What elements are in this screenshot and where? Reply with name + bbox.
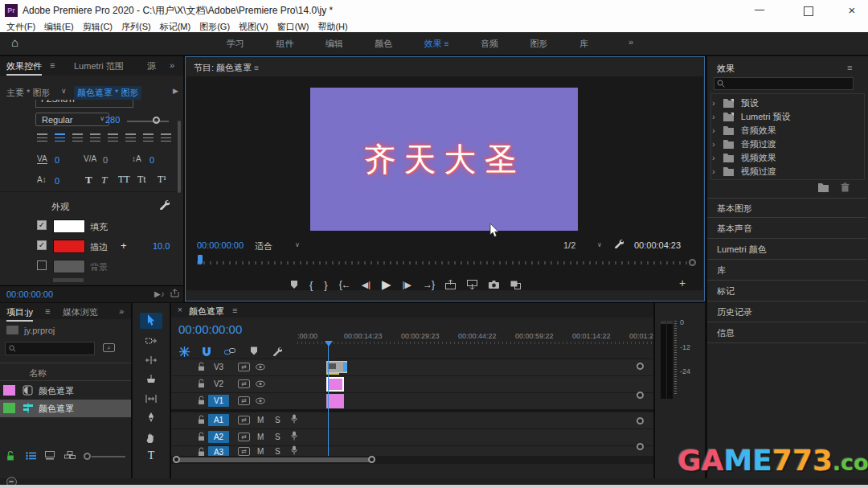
workspace-overflow-icon[interactable]: »	[628, 37, 633, 47]
zoom-level-caret-icon[interactable]: ∨	[295, 241, 300, 248]
play-button[interactable]: ▶	[382, 277, 391, 292]
playback-resolution-caret-icon[interactable]: ∨	[597, 241, 602, 248]
project-overflow-icon[interactable]: »	[119, 306, 124, 316]
master-clip-caret-icon[interactable]: ∨	[61, 87, 67, 95]
panel-lumetri-color[interactable]: Lumetri 颜色	[707, 240, 866, 260]
track-output-eye-icon[interactable]	[256, 397, 265, 404]
button-editor-plus[interactable]: +	[679, 277, 686, 289]
source-patch-icon[interactable]: ⇄	[238, 447, 250, 456]
effects-tree-row-video-transitions[interactable]: › 视频过渡	[712, 165, 862, 178]
tab-media-browser[interactable]: 媒体浏览	[63, 306, 98, 318]
faux-bold-button[interactable]: T	[85, 174, 92, 187]
playhead-head[interactable]	[325, 341, 333, 347]
step-forward-button[interactable]: |▶	[403, 280, 411, 290]
program-monitor-menu-icon[interactable]: ≡	[254, 64, 259, 72]
project-zoom-knob[interactable]	[84, 453, 91, 460]
background-swatch[interactable]	[53, 260, 85, 273]
slip-tool[interactable]	[140, 392, 162, 408]
source-patch-icon[interactable]: ⇄	[238, 396, 250, 405]
kerning-value[interactable]: 0	[103, 155, 108, 165]
solo-button[interactable]: S	[275, 416, 280, 424]
track-output-eye-icon[interactable]	[256, 380, 265, 388]
close-button[interactable]: ×	[840, 0, 864, 21]
twirl-icon[interactable]: ›	[712, 166, 715, 176]
panel-markers[interactable]: 标记	[707, 281, 866, 301]
go-to-in-button[interactable]: {←	[339, 279, 350, 290]
background-checkbox[interactable]	[37, 260, 47, 270]
panel-history[interactable]: 历史记录	[707, 302, 866, 322]
timeline-tab-close-icon[interactable]: ×	[178, 306, 182, 314]
tab-lumetri-scopes[interactable]: Lumetri 范围	[74, 60, 124, 72]
mute-button[interactable]: M	[257, 416, 264, 424]
hand-tool[interactable]	[140, 430, 162, 446]
name-column-header[interactable]: 名称	[29, 367, 47, 379]
effects-search-input[interactable]	[714, 77, 854, 90]
track-select-forward-tool[interactable]	[140, 334, 162, 350]
nest-toggle-icon[interactable]	[179, 347, 190, 357]
ripple-edit-tool[interactable]	[140, 353, 162, 369]
justify-last-right-button[interactable]	[125, 133, 136, 141]
track-a1-label[interactable]: A1	[208, 414, 229, 426]
workspace-tab-libraries[interactable]: 库	[579, 38, 588, 50]
track-resize-handle[interactable]	[637, 363, 644, 370]
step-back-button[interactable]: ◀|	[362, 280, 371, 290]
font-size-value[interactable]: 280	[105, 115, 120, 125]
mark-in-button[interactable]: {	[309, 279, 313, 291]
tab-source[interactable]: 源	[147, 60, 156, 72]
font-style-dropdown[interactable]: Regular ∨	[35, 113, 109, 126]
superscript-button[interactable]: T¹	[158, 174, 166, 186]
source-patch-icon[interactable]: ⇄	[238, 379, 250, 388]
workspace-tab-graphics[interactable]: 图形	[530, 38, 548, 50]
menu-markers[interactable]: 标记(M)	[160, 21, 191, 33]
font-size-slider-knob[interactable]	[153, 117, 160, 124]
lift-button[interactable]	[445, 280, 456, 289]
effects-panel-menu-icon[interactable]: ≡	[847, 63, 852, 72]
track-lock-icon[interactable]	[198, 396, 205, 405]
timeline-tab[interactable]: 颜色遮罩	[189, 306, 224, 318]
menu-graphics[interactable]: 图形(G)	[199, 21, 230, 33]
tab-effect-controls[interactable]: 效果控件	[6, 60, 42, 76]
clip-v3-graphic[interactable]	[326, 361, 347, 373]
font-family-dropdown[interactable]: FZShuTi	[35, 100, 133, 108]
timeline-timecode[interactable]: 00:00:00:00	[178, 322, 242, 336]
tab-project[interactable]: 项目:jy	[6, 306, 33, 322]
twirl-icon[interactable]: ›	[712, 139, 715, 149]
monitor-settings-wrench-icon[interactable]	[614, 239, 624, 248]
source-patch-icon[interactable]: ⇄	[238, 416, 250, 424]
twirl-icon[interactable]: ›	[712, 153, 715, 162]
project-item-row-selected[interactable]: 颜色遮罩	[0, 400, 131, 417]
panel-info[interactable]: 信息	[707, 323, 866, 343]
workspace-tab-assembly[interactable]: 组件	[276, 38, 293, 50]
effects-tree-row-video-effects[interactable]: › 视频效果	[712, 151, 862, 165]
project-file-name[interactable]: jy.prproj	[24, 326, 55, 335]
track-resize-handle[interactable]	[637, 443, 644, 450]
clip-v2-color-matte[interactable]	[326, 377, 344, 392]
play-audio-icon[interactable]: ▶♪	[154, 289, 165, 298]
extract-button[interactable]	[467, 280, 477, 289]
track-lock-icon[interactable]	[198, 379, 205, 388]
home-icon[interactable]: ⌂	[11, 35, 18, 49]
add-marker-icon[interactable]	[250, 347, 258, 356]
menu-clip[interactable]: 剪辑(C)	[83, 21, 113, 33]
menu-edit[interactable]: 编辑(E)	[44, 21, 74, 33]
stroke-checkbox[interactable]: ✓	[37, 240, 47, 250]
workspace-tab-color[interactable]: 颜色	[375, 38, 392, 50]
clip-v1-color-matte[interactable]	[326, 394, 344, 408]
delete-trash-icon[interactable]	[841, 182, 850, 192]
timeline-zoom-handle-left[interactable]	[173, 456, 180, 463]
comparison-view-button[interactable]	[510, 281, 521, 289]
pen-tool[interactable]	[140, 411, 162, 427]
track-resize-handle[interactable]	[637, 392, 644, 399]
timeline-panel-menu-icon[interactable]: ≡	[232, 306, 237, 315]
menu-help[interactable]: 帮助(H)	[317, 21, 347, 33]
freeform-view-button[interactable]	[64, 451, 76, 460]
solo-button[interactable]: S	[275, 447, 280, 456]
effect-controls-timecode[interactable]: 00:00:00:00	[6, 289, 53, 299]
clip-name-label[interactable]: 颜色遮罩 * 图形	[74, 86, 141, 100]
appearance-wrench-icon[interactable]	[159, 199, 170, 210]
workspace-tab-editing[interactable]: 编辑	[326, 38, 343, 50]
font-size-slider[interactable]	[127, 121, 169, 122]
monitor-zoom-handle[interactable]	[689, 259, 696, 266]
add-marker-button[interactable]	[290, 281, 298, 289]
small-caps-button[interactable]: Tt	[137, 174, 146, 186]
